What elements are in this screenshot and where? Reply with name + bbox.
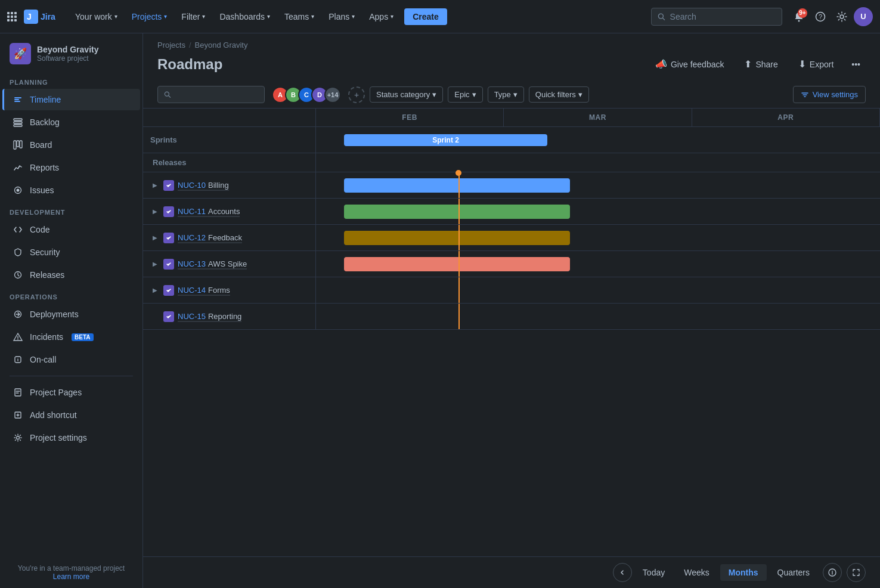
avatars-group: A B C D +14: [272, 86, 341, 103]
breadcrumb: Projects / Beyond Gravity: [143, 33, 880, 49]
sidebar-item-board[interactable]: Board: [2, 134, 140, 156]
app-switcher-icon[interactable]: [7, 12, 17, 21]
view-settings-button[interactable]: View settings: [793, 86, 866, 103]
svg-rect-15: [17, 141, 19, 147]
svg-text:Jira: Jira: [41, 12, 55, 21]
sidebar-item-label: On-call: [30, 355, 56, 364]
chevron-down-icon: ▾: [267, 13, 270, 20]
type-filter[interactable]: Type ▾: [488, 86, 524, 103]
today-line: [458, 304, 460, 329]
svg-rect-12: [14, 122, 22, 123]
fullscreen-button[interactable]: [847, 563, 866, 582]
breadcrumb-project[interactable]: Beyond Gravity: [195, 41, 248, 49]
svg-rect-16: [20, 141, 22, 148]
quarters-button[interactable]: Quarters: [769, 564, 818, 581]
page-header: Roadmap 📣 Give feedback ⬆ Share ⬇ Export…: [143, 49, 880, 81]
nav-filter[interactable]: Filter ▾: [175, 8, 211, 25]
month-apr: APR: [692, 109, 880, 126]
issue-label-nuc15: ▶ NUC-15 Reporting: [143, 304, 316, 329]
nav-apps[interactable]: Apps ▾: [363, 8, 399, 25]
gantt-bar-nuc10[interactable]: [344, 178, 569, 193]
breadcrumb-projects[interactable]: Projects: [157, 41, 185, 49]
search-input[interactable]: [670, 12, 776, 21]
notifications-button[interactable]: 9+: [789, 7, 808, 26]
share-button[interactable]: ⬆ Share: [736, 54, 785, 74]
expand-button[interactable]: ▶: [150, 181, 160, 190]
issue-id[interactable]: NUC-11: [178, 207, 206, 216]
breadcrumb-separator: /: [189, 41, 191, 49]
issue-gantt-nuc11: [316, 199, 880, 224]
nav-your-work[interactable]: Your work ▾: [69, 8, 123, 25]
issue-label-nuc13: ▶ NUC-13 AWS Spike: [143, 251, 316, 277]
toolbar-search[interactable]: [157, 86, 265, 103]
issue-id[interactable]: NUC-10: [178, 181, 206, 190]
sidebar-item-label: Board: [30, 140, 52, 150]
svg-rect-21: [15, 389, 21, 396]
toolbar-search-input[interactable]: [175, 90, 258, 99]
sidebar-item-add-shortcut[interactable]: Add shortcut: [2, 404, 140, 426]
expand-button[interactable]: ▶: [150, 207, 160, 216]
sidebar-item-project-settings[interactable]: Project settings: [2, 427, 140, 448]
sidebar-item-label: Incidents: [30, 332, 63, 342]
jira-logo[interactable]: J Jira: [19, 10, 64, 24]
nav-projects[interactable]: Projects ▾: [126, 8, 173, 25]
status-category-filter[interactable]: Status category ▾: [370, 86, 443, 103]
nav-plans[interactable]: Plans ▾: [323, 8, 361, 25]
project-name: Beyond Gravity: [37, 45, 98, 54]
sidebar-item-incidents[interactable]: Incidents BETA: [2, 326, 140, 348]
sidebar-item-backlog[interactable]: Backlog: [2, 112, 140, 133]
chevron-left-icon: [619, 569, 626, 576]
svg-point-18: [17, 189, 20, 192]
issue-id[interactable]: NUC-14: [178, 286, 206, 295]
issue-id[interactable]: NUC-15: [178, 312, 206, 321]
sidebar-item-releases[interactable]: Releases: [2, 264, 140, 286]
prev-nav-button[interactable]: [613, 563, 632, 582]
issue-gantt-nuc10: [316, 172, 880, 198]
chevron-down-icon: ▾: [352, 13, 355, 20]
gantt-bar-nuc11[interactable]: [344, 205, 569, 219]
info-button[interactable]: [823, 563, 842, 582]
sidebar-item-code[interactable]: Code: [2, 219, 140, 240]
svg-rect-10: [14, 101, 20, 102]
user-avatar[interactable]: U: [854, 7, 873, 26]
sidebar-item-project-pages[interactable]: Project Pages: [2, 382, 140, 403]
weeks-button[interactable]: Weeks: [676, 564, 718, 581]
gantt-bar-nuc12[interactable]: [344, 231, 569, 245]
gantt-bar-nuc13[interactable]: [344, 257, 569, 271]
learn-more-link[interactable]: Learn more: [53, 572, 89, 581]
more-icon: •••: [851, 60, 860, 69]
sidebar-item-oncall[interactable]: On-call: [2, 349, 140, 370]
issue-id[interactable]: NUC-13: [178, 259, 206, 268]
today-button[interactable]: Today: [634, 564, 673, 581]
settings-button[interactable]: [832, 7, 851, 26]
quick-filters[interactable]: Quick filters ▾: [529, 86, 589, 103]
search-bar[interactable]: [651, 8, 782, 26]
nav-teams[interactable]: Teams ▾: [278, 8, 320, 25]
issue-id[interactable]: NUC-12: [178, 233, 206, 242]
help-button[interactable]: ?: [811, 7, 830, 26]
nav-dashboards[interactable]: Dashboards ▾: [213, 8, 276, 25]
expand-button[interactable]: ▶: [150, 286, 160, 295]
issues-icon: [12, 184, 24, 196]
sidebar-item-deployments[interactable]: Deployments: [2, 304, 140, 325]
sidebar-item-security[interactable]: Security: [2, 242, 140, 263]
more-options-button[interactable]: •••: [846, 55, 866, 73]
header-actions: 📣 Give feedback ⬆ Share ⬇ Export •••: [647, 54, 866, 74]
sidebar-footer: You're in a team-managed project Learn m…: [0, 557, 142, 588]
chevron-down-icon: ▾: [513, 90, 518, 99]
epic-filter[interactable]: Epic ▾: [448, 86, 482, 103]
months-button[interactable]: Months: [720, 564, 767, 581]
expand-button[interactable]: ▶: [150, 233, 160, 243]
export-button[interactable]: ⬇ Export: [791, 54, 841, 74]
sidebar-item-timeline[interactable]: Timeline: [2, 89, 140, 110]
sidebar-item-reports[interactable]: Reports: [2, 157, 140, 178]
add-person-button[interactable]: +: [348, 86, 365, 103]
expand-button[interactable]: ▶: [150, 259, 160, 269]
sidebar-item-label: Issues: [30, 185, 54, 195]
sprint-bar[interactable]: Sprint 2: [344, 134, 547, 146]
give-feedback-button[interactable]: 📣 Give feedback: [647, 54, 732, 74]
create-button[interactable]: Create: [404, 8, 447, 25]
sidebar: 🚀 Beyond Gravity Software project PLANNI…: [0, 33, 143, 588]
svg-point-3: [658, 14, 663, 18]
sidebar-item-issues[interactable]: Issues: [2, 180, 140, 201]
